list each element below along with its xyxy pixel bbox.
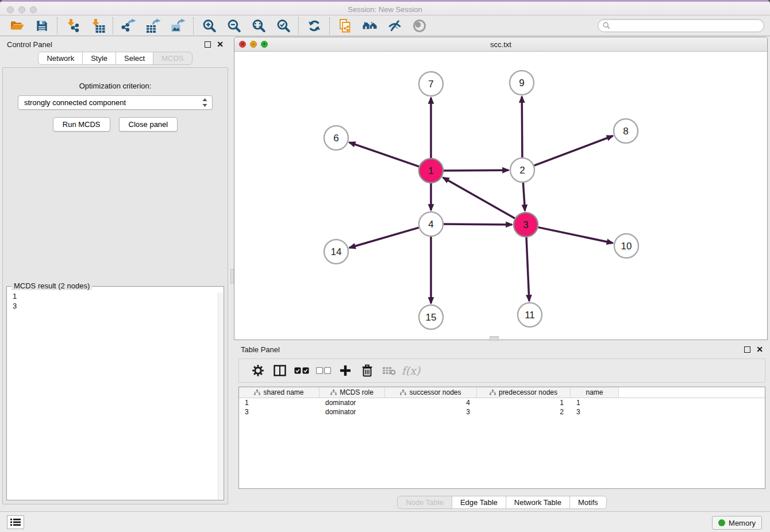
- control-tab-mcds[interactable]: MCDS: [153, 52, 192, 65]
- control-tab-select[interactable]: Select: [116, 52, 153, 65]
- svg-text:2: 2: [519, 165, 525, 176]
- birdseye-view-icon[interactable]: [407, 17, 432, 34]
- zoom-out-icon[interactable]: [221, 17, 246, 34]
- table-cell[interactable]: 1: [477, 398, 571, 407]
- close-panel-button[interactable]: Close panel: [119, 117, 178, 132]
- edge-4-3[interactable]: [444, 224, 512, 225]
- close-panel-icon[interactable]: ✕: [217, 41, 224, 48]
- search-input[interactable]: [613, 21, 759, 30]
- export-table-icon[interactable]: [141, 17, 165, 34]
- column-type-icon: [400, 390, 406, 395]
- node-4[interactable]: 4: [419, 212, 443, 236]
- table-row[interactable]: 1dominator411: [239, 398, 765, 407]
- toolbar-separator: [57, 17, 57, 34]
- edge-3-10[interactable]: [538, 228, 613, 243]
- node-14[interactable]: 14: [324, 240, 348, 264]
- node-7[interactable]: 7: [419, 72, 443, 96]
- export-network-icon[interactable]: [116, 17, 141, 34]
- node-10[interactable]: 10: [614, 234, 638, 258]
- delete-row-icon[interactable]: [356, 361, 378, 380]
- column-header-name[interactable]: name: [571, 387, 619, 398]
- table-cell[interactable]: 4: [385, 398, 477, 407]
- task-history-button[interactable]: [7, 515, 24, 529]
- network-canvas[interactable]: 1234678910111415: [234, 52, 767, 340]
- column-header-shared-name[interactable]: shared name: [239, 387, 319, 398]
- zoom-selected-icon[interactable]: [271, 17, 295, 34]
- zoom-in-icon[interactable]: [197, 17, 221, 34]
- control-tab-network[interactable]: Network: [38, 52, 83, 65]
- run-mcds-button[interactable]: Run MCDS: [53, 117, 110, 132]
- table-panel-header: Table Panel ✕: [234, 342, 770, 357]
- node-8[interactable]: 8: [614, 119, 638, 143]
- mcds-result-node: 1: [13, 291, 218, 301]
- node-15[interactable]: 15: [419, 305, 443, 329]
- result-scrollbar[interactable]: [218, 292, 223, 499]
- column-type-icon: [254, 390, 260, 395]
- column-header-predecessor-nodes[interactable]: predecessor nodes: [477, 387, 571, 398]
- table-cell[interactable]: 3: [571, 407, 619, 417]
- edge-2-8[interactable]: [534, 136, 613, 166]
- node-3[interactable]: 3: [514, 213, 538, 237]
- svg-text:6: 6: [333, 133, 338, 144]
- svg-text:11: 11: [525, 310, 535, 321]
- table-cell[interactable]: 3: [385, 407, 477, 417]
- search-icon: [603, 22, 610, 29]
- clone-network-icon[interactable]: [333, 17, 357, 34]
- table-tab-network-table[interactable]: Network Table: [506, 496, 570, 509]
- control-tab-style[interactable]: Style: [82, 52, 116, 65]
- node-6[interactable]: 6: [324, 126, 348, 150]
- edge-1-6[interactable]: [349, 142, 419, 167]
- table-tab-node-table[interactable]: Node Table: [397, 496, 452, 509]
- node-2[interactable]: 2: [510, 158, 534, 182]
- edge-3-11[interactable]: [526, 237, 529, 301]
- zoom-fit-icon[interactable]: [246, 17, 271, 34]
- control-panel-header: Control Panel ✕: [0, 37, 230, 52]
- add-row-icon[interactable]: [334, 361, 356, 380]
- edge-2-3[interactable]: [523, 183, 525, 211]
- import-network-icon[interactable]: [60, 17, 85, 34]
- table-cell[interactable]: 1: [571, 398, 619, 407]
- apply-function-icon[interactable]: f(x): [400, 361, 422, 380]
- delete-table-icon[interactable]: [378, 361, 400, 380]
- edge-2-9[interactable]: [522, 97, 522, 157]
- control-panel-tabs: NetworkStyleSelectMCDS: [0, 52, 230, 65]
- apply-preferred-layout-icon[interactable]: [302, 17, 326, 34]
- table-cell[interactable]: 1: [239, 398, 319, 407]
- svg-text:14: 14: [331, 246, 342, 257]
- column-header-mcds-role[interactable]: MCDS role: [319, 387, 385, 398]
- show-column-icon[interactable]: [269, 361, 291, 380]
- node-1[interactable]: 1: [419, 159, 443, 183]
- select-all-check-icon[interactable]: [291, 361, 313, 380]
- toggle-graphics-details-icon[interactable]: [382, 17, 407, 34]
- network-graph[interactable]: 1234678910111415: [234, 52, 766, 339]
- export-image-icon[interactable]: [165, 17, 190, 34]
- memory-button[interactable]: Memory: [712, 516, 762, 530]
- deselect-all-check-icon[interactable]: [313, 361, 334, 380]
- save-session-icon[interactable]: [29, 17, 54, 34]
- node-11[interactable]: 11: [518, 303, 542, 327]
- first-neighbors-icon[interactable]: [357, 17, 382, 34]
- edge-3-1[interactable]: [443, 178, 515, 218]
- edge-4-14[interactable]: [349, 228, 419, 248]
- table-row[interactable]: 3dominator323: [239, 407, 765, 417]
- table-tab-motifs[interactable]: Motifs: [569, 496, 607, 509]
- table-settings-icon[interactable]: [247, 361, 269, 380]
- column-header-successor-nodes[interactable]: successor nodes: [385, 387, 477, 398]
- table-cell[interactable]: dominator: [319, 407, 385, 417]
- optimization-select[interactable]: strongly connected component: [18, 95, 213, 110]
- edge-1-2[interactable]: [444, 170, 509, 171]
- open-session-icon[interactable]: [5, 17, 29, 34]
- node-9[interactable]: 9: [510, 71, 534, 95]
- table-cell[interactable]: 3: [239, 407, 319, 417]
- float-panel-icon[interactable]: [205, 41, 211, 48]
- table-splitter-handle[interactable]: [490, 336, 499, 341]
- node-table: shared nameMCDS rolesuccessor nodesprede…: [238, 387, 765, 489]
- table-tab-edge-table[interactable]: Edge Table: [452, 496, 506, 509]
- close-table-panel-icon[interactable]: ✕: [756, 346, 763, 353]
- import-table-icon[interactable]: [85, 17, 110, 34]
- table-cell[interactable]: 2: [477, 407, 571, 417]
- float-table-panel-icon[interactable]: [744, 346, 750, 353]
- table-cell[interactable]: dominator: [319, 398, 385, 407]
- mcds-result-title: MCDS result (2 nodes): [11, 282, 92, 290]
- search-field[interactable]: [598, 19, 764, 32]
